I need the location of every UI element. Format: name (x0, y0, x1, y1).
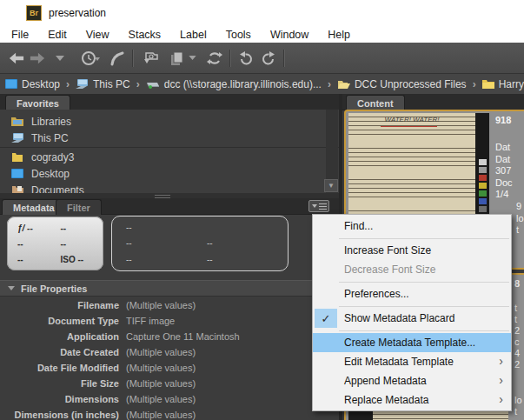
chevron-right-icon: › (66, 78, 70, 90)
tab-filter[interactable]: Filter (56, 199, 102, 215)
menu-item-edit-metadata-template[interactable]: Edit Metadata Template › (313, 352, 511, 371)
iso-value: ISO -- (61, 252, 104, 267)
recent-files-icon[interactable] (80, 49, 101, 68)
favorites-item-libraries[interactable]: Libraries (0, 113, 339, 130)
menu-label[interactable]: Label (170, 26, 216, 43)
property-row-file-size: File Size (Multiple values) (0, 376, 339, 391)
aperture-value: ƒ/ -- (17, 221, 61, 236)
property-row-dimensions-inches: Dimensions (in inches) (Multiple values) (0, 407, 339, 420)
rotate-left-icon[interactable] (238, 49, 253, 68)
desktop-icon (10, 169, 24, 178)
folder-icon (482, 79, 494, 89)
file-detail-fragments: 9 lo t (516, 201, 524, 237)
favorites-item-documents[interactable]: Documents (0, 182, 339, 193)
computer-icon (76, 79, 89, 90)
property-row-date-created: Date Created (Multiple values) (0, 344, 339, 360)
chevron-right-icon: › (328, 78, 331, 90)
panel-menu-icon[interactable] (308, 200, 329, 212)
menu-stacks[interactable]: Stacks (119, 26, 171, 43)
favorites-item-desktop[interactable]: Desktop (0, 165, 339, 182)
menu-help[interactable]: Help (318, 26, 360, 43)
menu-view[interactable]: View (76, 26, 119, 43)
back-icon[interactable] (9, 49, 24, 68)
breadcrumb-item-this-pc[interactable]: This PC (76, 78, 130, 90)
breadcrumb-item-dcc-unprocessed[interactable]: DCC Unprocessed Files (337, 78, 467, 90)
refresh-icon[interactable] (207, 49, 222, 68)
folder-icon (10, 152, 24, 162)
property-row-application: Application Capture One 11 Macintosh (0, 329, 339, 344)
metadata-pane: Metadata Filter ƒ/ -- -- -- -- -- ISO --… (0, 198, 339, 420)
tab-favorites[interactable]: Favorites (5, 95, 70, 110)
favorites-panel: Libraries This PC cogrady3 Desktop (0, 110, 339, 193)
submenu-arrow-icon: › (499, 373, 503, 387)
menu-item-find[interactable]: Find... (313, 217, 511, 236)
breadcrumb: Desktop › This PC › dcc (\\storage.libra… (0, 74, 524, 95)
menu-edit[interactable]: Edit (38, 26, 76, 43)
toolbar-separator (283, 50, 285, 67)
computer-icon (10, 133, 24, 143)
menu-file[interactable]: File (2, 26, 38, 43)
menu-item-show-metadata-placard[interactable]: ✓ Show Metadata Placard (313, 309, 511, 328)
file-detail-filename: 8 (514, 278, 520, 289)
file-detail-fragments: lo t (514, 395, 522, 417)
documents-icon (10, 185, 24, 193)
breadcrumb-item-harrypartch[interactable]: HarryPartch (482, 78, 524, 90)
file-properties-header[interactable]: File Properties (0, 280, 339, 297)
favorites-tabstrip: Favorites (0, 94, 339, 110)
menu-item-append-metadata[interactable]: Append Metadata › (313, 371, 511, 390)
tab-content[interactable]: Content (346, 95, 405, 110)
dropdown-caret-icon[interactable] (189, 49, 196, 68)
file-detail-fragments: t t 2 c 4 2 (514, 303, 520, 370)
open-folder-icon (337, 79, 350, 90)
metadata-tabstrip: Metadata Filter (0, 198, 339, 215)
chevron-right-icon: › (136, 78, 140, 90)
property-row-document-type: Document Type TIFF image (0, 313, 339, 329)
menu-item-create-metadata-template[interactable]: Create Metadata Template... (313, 333, 511, 352)
boomerang-return-icon[interactable] (109, 49, 125, 68)
get-photos-from-camera-icon[interactable] (141, 49, 160, 68)
menu-tools[interactable]: Tools (216, 26, 261, 43)
disclosure-triangle-icon (8, 286, 15, 290)
desktop-icon (5, 79, 17, 90)
titlebar: Br preservation (0, 0, 524, 26)
toolbar-separator (132, 50, 134, 67)
menu-window[interactable]: Window (261, 26, 318, 43)
rotate-right-icon[interactable] (262, 49, 276, 68)
property-row-date-modified: Date File Modified (Multiple values) (0, 360, 339, 376)
metadata-panel-context-menu: Find... Increase Font Size Decrease Font… (312, 214, 512, 411)
metadata-placard-exposure: ƒ/ -- -- -- -- -- ISO -- (7, 217, 103, 270)
favorites-separator (0, 147, 339, 148)
breadcrumb-item-desktop[interactable]: Desktop (5, 78, 60, 90)
libraries-icon (10, 117, 24, 126)
favorites-item-cogrady3[interactable]: cogrady3 (0, 149, 339, 165)
toolbar (0, 43, 524, 74)
submenu-arrow-icon: › (499, 354, 503, 368)
favorites-item-this-pc[interactable]: This PC (0, 130, 339, 146)
chevron-right-icon: › (473, 78, 476, 90)
scroll-down-icon[interactable]: ▼ (324, 179, 338, 192)
window-title: preservation (49, 7, 106, 19)
red-underline (381, 126, 438, 127)
checkmark-icon: ✓ (315, 309, 337, 328)
duplicate-window-icon[interactable] (169, 49, 186, 68)
favorites-scrollbar[interactable]: ▼ (326, 110, 338, 193)
menu-item-replace-metadata[interactable]: Replace Metadata › (313, 390, 511, 410)
file-detail-filename: 918 (495, 115, 511, 127)
network-drive-icon (146, 80, 160, 89)
bridge-app-icon: Br (26, 5, 42, 21)
menu-item-increase-font-size[interactable]: Increase Font Size (313, 241, 511, 260)
content-tabstrip: Content (342, 94, 524, 110)
toolbar-separator (229, 50, 231, 67)
submenu-arrow-icon: › (499, 392, 503, 406)
property-row-filename: Filename (Multiple values) (0, 297, 339, 313)
breadcrumb-item-dcc-drive[interactable]: dcc (\\storage.library.illinois.edu)... (146, 78, 322, 90)
menu-item-preferences[interactable]: Preferences... (313, 284, 511, 303)
left-panel-column: Favorites Libraries This PC (0, 94, 339, 420)
menu-item-decrease-font-size: Decrease Font Size (313, 260, 511, 279)
bridge-window: Br preservation File Edit View Stacks La… (0, 0, 524, 420)
file-detail-lines: Dat Dat 307 Doc 1/4 (495, 142, 513, 201)
file-properties-list: Filename (Multiple values) Document Type… (0, 297, 339, 420)
forward-icon[interactable] (30, 49, 45, 68)
dropdown-caret-icon[interactable] (56, 49, 64, 68)
metadata-placard-file: -- -- -- -- -- (111, 216, 289, 271)
